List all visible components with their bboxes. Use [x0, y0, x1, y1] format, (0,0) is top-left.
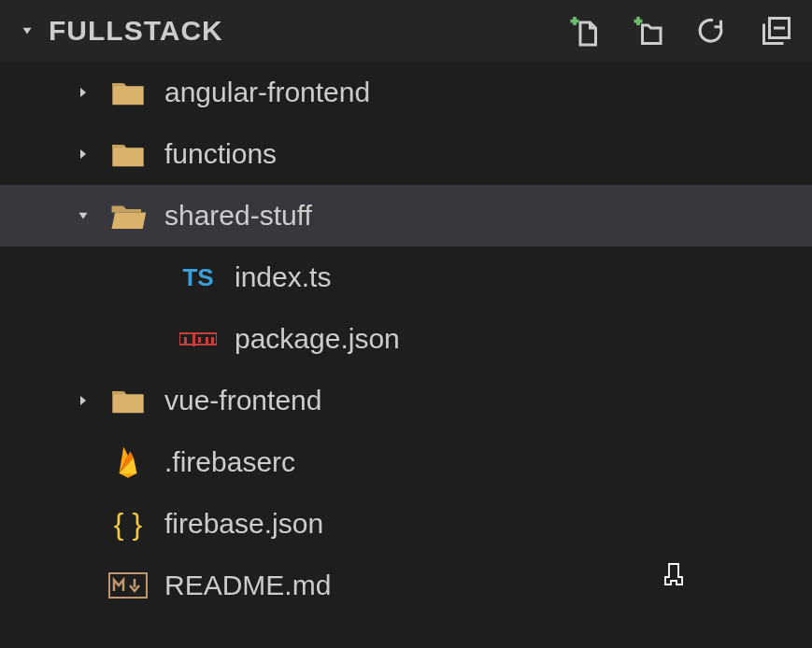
chevron-down-icon — [75, 207, 92, 224]
chevron-down-icon[interactable] — [19, 22, 36, 39]
explorer-header: FULLSTACK — [0, 0, 812, 62]
folder-angular-frontend[interactable]: angular-frontend — [19, 62, 812, 123]
tree-item-label: index.ts — [235, 261, 331, 293]
folder-shared-stuff[interactable]: shared-stuff — [0, 185, 812, 247]
tree-item-label: firebase.json — [164, 508, 323, 540]
folder-functions[interactable]: functions — [19, 123, 812, 185]
tree-item-label: angular-frontend — [164, 77, 370, 108]
tree-item-label: .firebaserc — [164, 446, 295, 478]
file-package-json[interactable]: package.json — [19, 308, 812, 370]
chevron-right-icon — [75, 146, 92, 162]
svg-rect-2 — [184, 337, 187, 345]
file-readme-md[interactable]: README.md — [19, 555, 812, 616]
folder-vue-frontend[interactable]: vue-frontend — [19, 370, 812, 431]
typescript-icon: TS — [178, 258, 218, 297]
folder-icon — [108, 381, 148, 420]
svg-rect-5 — [206, 337, 208, 345]
collapse-all-button[interactable] — [760, 14, 793, 48]
tree-item-label: functions — [164, 138, 277, 170]
refresh-button[interactable] — [696, 14, 730, 48]
json-icon: { } — [108, 504, 148, 543]
folder-icon — [108, 73, 148, 112]
file-index-ts[interactable]: TS index.ts — [19, 247, 812, 308]
tree-item-label: shared-stuff — [164, 200, 312, 232]
new-folder-button[interactable] — [633, 14, 666, 48]
firebase-icon — [108, 443, 148, 482]
tree-item-label: vue-frontend — [164, 385, 321, 416]
new-file-button[interactable] — [569, 14, 603, 48]
chevron-right-icon — [75, 84, 92, 101]
folder-icon — [108, 134, 148, 174]
markdown-icon — [108, 566, 148, 605]
chevron-right-icon — [75, 392, 92, 409]
svg-rect-4 — [198, 337, 201, 343]
file-tree: angular-frontend functions shared-stuff … — [0, 62, 812, 616]
file-firebase-json[interactable]: { } firebase.json — [19, 493, 812, 555]
file-firebaserc[interactable]: .firebaserc — [19, 431, 812, 493]
tree-item-label: README.md — [164, 570, 331, 601]
folder-open-icon — [108, 196, 148, 235]
svg-rect-6 — [211, 337, 214, 345]
npm-icon — [178, 319, 218, 359]
svg-rect-3 — [192, 333, 195, 346]
explorer-header-left: FULLSTACK — [19, 15, 569, 47]
explorer-title: FULLSTACK — [49, 15, 223, 47]
explorer-actions — [569, 14, 793, 48]
tree-item-label: package.json — [235, 323, 400, 355]
